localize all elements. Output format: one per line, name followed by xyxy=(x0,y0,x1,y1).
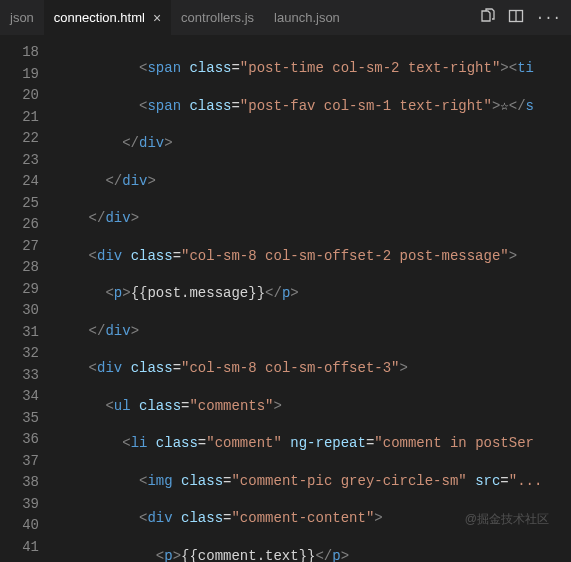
tab-json-left[interactable]: json xyxy=(0,0,44,35)
line-number: 22 xyxy=(0,128,39,150)
line-number: 36 xyxy=(0,429,39,451)
tab-label: json xyxy=(10,10,34,25)
line-number: 34 xyxy=(0,386,39,408)
tab-connection-html[interactable]: connection.html × xyxy=(44,0,171,35)
split-editor-icon[interactable] xyxy=(508,8,524,28)
code-line: </div> xyxy=(55,208,542,230)
line-number: 27 xyxy=(0,236,39,258)
line-number: 21 xyxy=(0,107,39,129)
line-number: 41 xyxy=(0,537,39,559)
line-number-gutter: 18 19 20 21 22 23 24 25 26 27 28 29 30 3… xyxy=(0,35,55,562)
line-number: 18 xyxy=(0,42,39,64)
editor-area[interactable]: 18 19 20 21 22 23 24 25 26 27 28 29 30 3… xyxy=(0,35,571,562)
close-icon[interactable]: × xyxy=(153,10,161,26)
code-line: <ul class="comments"> xyxy=(55,396,542,418)
watermark: @掘金技术社区 xyxy=(465,511,549,528)
tab-label: connection.html xyxy=(54,10,145,25)
line-number: 37 xyxy=(0,451,39,473)
code-line: <div class="col-sm-8 col-sm-offset-2 pos… xyxy=(55,246,542,268)
code-line: <span class="post-fav col-sm-1 text-righ… xyxy=(55,96,542,118)
line-number: 26 xyxy=(0,214,39,236)
line-number: 20 xyxy=(0,85,39,107)
code-line: <div class="col-sm-8 col-sm-offset-3"> xyxy=(55,358,542,380)
code-line: </div> xyxy=(55,321,542,343)
line-number: 39 xyxy=(0,494,39,516)
editor-tabbar: json connection.html × controllers.js la… xyxy=(0,0,571,35)
line-number: 38 xyxy=(0,472,39,494)
line-number: 40 xyxy=(0,515,39,537)
code-line: <p>{{comment.text}}</p> xyxy=(55,546,542,563)
tab-actions: ··· xyxy=(470,0,571,35)
tab-controllers-js[interactable]: controllers.js xyxy=(171,0,264,35)
code-line: <span class="post-time col-sm-2 text-rig… xyxy=(55,58,542,80)
line-number: 23 xyxy=(0,150,39,172)
line-number: 29 xyxy=(0,279,39,301)
tab-label: controllers.js xyxy=(181,10,254,25)
more-actions-icon[interactable]: ··· xyxy=(536,10,561,26)
code-line: <li class="comment" ng-repeat="comment i… xyxy=(55,433,542,455)
line-number: 24 xyxy=(0,171,39,193)
code-line: </div> xyxy=(55,133,542,155)
line-number: 30 xyxy=(0,300,39,322)
line-number: 19 xyxy=(0,64,39,86)
line-number: 33 xyxy=(0,365,39,387)
line-number: 25 xyxy=(0,193,39,215)
code-line: <p>{{post.message}}</p> xyxy=(55,283,542,305)
tab-label: launch.json xyxy=(274,10,340,25)
compare-changes-icon[interactable] xyxy=(480,8,496,28)
line-number: 28 xyxy=(0,257,39,279)
code-line: <img class="comment-pic grey-circle-sm" … xyxy=(55,471,542,493)
line-number: 31 xyxy=(0,322,39,344)
code-line: </div> xyxy=(55,171,542,193)
line-number: 32 xyxy=(0,343,39,365)
tab-launch-json[interactable]: launch.json xyxy=(264,0,350,35)
code-content[interactable]: <span class="post-time col-sm-2 text-rig… xyxy=(55,35,542,562)
line-number: 35 xyxy=(0,408,39,430)
